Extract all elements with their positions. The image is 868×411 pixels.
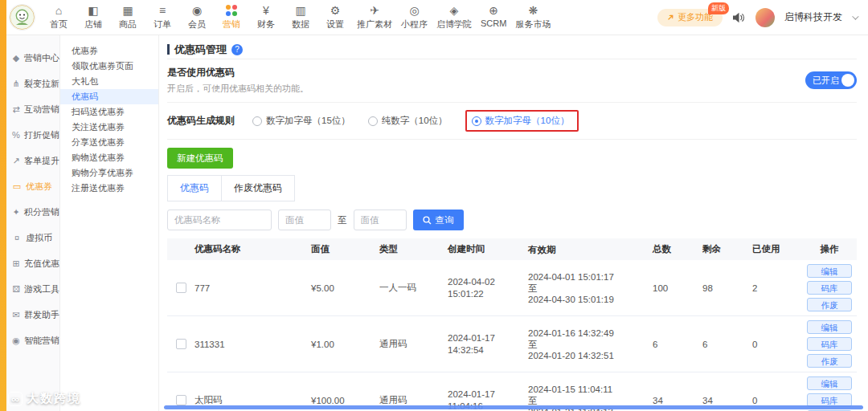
coupon-ticket-icon: ▭ bbox=[12, 181, 22, 192]
cell-name: 太阳码 bbox=[194, 394, 311, 406]
submenu-item-coupon[interactable]: 优惠券 bbox=[60, 43, 158, 59]
help-icon[interactable]: ? bbox=[231, 44, 243, 55]
sidebar-item-game-tools[interactable]: ⚄游戏工具 bbox=[12, 276, 59, 302]
radio-alnum-10[interactable]: 数字加字母（10位） bbox=[472, 115, 570, 127]
row-checkbox[interactable] bbox=[176, 339, 186, 349]
query-button[interactable]: 查询 bbox=[413, 210, 464, 230]
new-version-badge: 新版 bbox=[708, 2, 729, 14]
void-button[interactable]: 作废 bbox=[807, 354, 852, 368]
account-name[interactable]: 启博科技开发 bbox=[784, 10, 842, 24]
broadcast-icon: ✉ bbox=[12, 310, 20, 320]
nav-finance[interactable]: ¥财务 bbox=[253, 5, 279, 31]
radio-numeric-10[interactable]: 纯数字（10位） bbox=[368, 115, 448, 127]
submenu-item-register-coupon[interactable]: 注册送优惠券 bbox=[60, 181, 158, 196]
logo[interactable] bbox=[10, 5, 35, 30]
submenu-item-coupon-page[interactable]: 领取优惠券页面 bbox=[60, 59, 158, 74]
submenu-item-gift-pack[interactable]: 大礼包 bbox=[60, 74, 158, 89]
sidebar-item-interactive-marketing[interactable]: ⇄互动营销 bbox=[12, 96, 59, 122]
radio-circle-icon bbox=[252, 116, 262, 126]
sidebar-item-order-boost[interactable]: ↗客单提升 bbox=[12, 148, 59, 173]
cell-operations: 编辑 码库 作废 bbox=[802, 316, 857, 372]
void-button[interactable]: 作废 bbox=[807, 298, 852, 311]
orders-icon: ≡ bbox=[159, 5, 166, 17]
nav-settings[interactable]: ⚙设置 bbox=[322, 5, 348, 31]
edit-button[interactable]: 编辑 bbox=[807, 264, 852, 278]
cell-remaining: 34 bbox=[702, 396, 752, 405]
speaker-icon[interactable] bbox=[732, 12, 746, 23]
nav-goods[interactable]: ▦商品 bbox=[115, 5, 141, 31]
submenu-item-share-coupon[interactable]: 分享送优惠券 bbox=[60, 135, 158, 150]
cell-operations: 编辑 码库 作废 bbox=[802, 260, 857, 315]
header-remaining: 剩余 bbox=[702, 243, 752, 255]
value-min-input[interactable] bbox=[278, 210, 331, 230]
value-max-input[interactable] bbox=[354, 210, 407, 230]
sidebar-item-fission[interactable]: ⋔裂变拉新 bbox=[12, 71, 59, 96]
tab-coupon-codes[interactable]: 优惠码 bbox=[167, 175, 222, 201]
nav-marketing[interactable]: 营销 bbox=[219, 5, 244, 31]
edit-button[interactable]: 编辑 bbox=[807, 376, 852, 390]
chevron-down-icon[interactable] bbox=[852, 13, 858, 19]
points-icon: ✦ bbox=[12, 207, 20, 218]
code-library-button[interactable]: 码库 bbox=[807, 281, 852, 295]
create-coupon-code-button[interactable]: 新建优惠码 bbox=[167, 148, 233, 169]
sidebar-item-coupon[interactable]: ▭优惠券 bbox=[12, 173, 59, 199]
submenu-item-shopping-share-coupon[interactable]: 购物分享优惠券 bbox=[60, 165, 158, 181]
cell-used: 0 bbox=[752, 396, 802, 405]
submenu-item-follow-coupon[interactable]: 关注送优惠券 bbox=[60, 120, 158, 135]
nav-shop[interactable]: ◧店铺 bbox=[80, 5, 106, 31]
left-accent-strip bbox=[0, 0, 6, 411]
sidebar-label: 虚拟币 bbox=[26, 232, 52, 244]
miniapp-icon: ◎ bbox=[409, 5, 419, 17]
user-avatar[interactable] bbox=[755, 8, 775, 27]
nav-home[interactable]: ⌂首页 bbox=[46, 5, 72, 31]
nav-finance-label: 财务 bbox=[257, 18, 275, 31]
code-library-button[interactable]: 码库 bbox=[807, 337, 852, 351]
cell-validity: 2024-04-01 15:01:17 至 2024-04-30 15:01:1… bbox=[528, 271, 653, 305]
header-validity: 有效期 bbox=[528, 244, 653, 255]
cell-total: 34 bbox=[653, 396, 702, 405]
game-dice-icon: ⚄ bbox=[12, 284, 20, 295]
horizontal-scrollbar[interactable] bbox=[164, 405, 863, 409]
toggle-description: 开启后，可使用优惠码相关的功能。 bbox=[167, 83, 309, 95]
sidebar-item-mass-sender[interactable]: ✉群发助手 bbox=[12, 302, 59, 328]
radio-alnum-15[interactable]: 数字加字母（15位） bbox=[252, 115, 350, 127]
nav-data[interactable]: ▥数据 bbox=[288, 5, 313, 31]
nav-scrm[interactable]: ⊕SCRM bbox=[481, 5, 506, 28]
nav-settings-label: 设置 bbox=[326, 18, 344, 31]
sidebar-item-points-marketing[interactable]: ✦积分营销 bbox=[12, 199, 59, 225]
nav-service-market[interactable]: ❋服务市场 bbox=[515, 5, 551, 31]
table-row: 777 ¥5.00 一人一码 2024-04-02 15:01:22 2024-… bbox=[167, 260, 857, 316]
radio-label: 纯数字（10位） bbox=[382, 115, 448, 127]
row-checkbox[interactable] bbox=[176, 283, 186, 293]
sidebar-item-discount-promo[interactable]: %打折促销 bbox=[12, 122, 59, 148]
submenu-item-shopping-coupon[interactable]: 购物送优惠券 bbox=[60, 150, 158, 165]
code-name-input[interactable] bbox=[167, 210, 272, 230]
sidebar-item-recharge-discount[interactable]: ⊞充值优惠 bbox=[12, 250, 59, 276]
submenu-item-scan-coupon[interactable]: 扫码送优惠券 bbox=[60, 104, 158, 120]
sidebar-label: 客单提升 bbox=[24, 155, 59, 167]
header-created: 创建时间 bbox=[448, 243, 528, 255]
nav-miniapp[interactable]: ◎小程序 bbox=[401, 5, 428, 31]
header-right: ➔ 更多功能 新版 启博科技开发 bbox=[657, 8, 857, 27]
edit-button[interactable]: 编辑 bbox=[807, 320, 852, 334]
valid-to-label: 至 bbox=[528, 283, 653, 294]
submenu-item-coupon-code[interactable]: 优惠码 bbox=[60, 89, 158, 104]
nav-promo-materials[interactable]: ✈推广素材 bbox=[357, 5, 392, 31]
sidebar-item-smart-marketing[interactable]: ◉智能营销 bbox=[12, 328, 59, 353]
coupon-code-toggle[interactable]: 已开启 bbox=[805, 71, 857, 89]
tab-voided-codes[interactable]: 作废优惠码 bbox=[222, 175, 295, 201]
cell-type: 一人一码 bbox=[379, 282, 448, 294]
academy-icon: ◈ bbox=[450, 5, 459, 17]
nav-academy[interactable]: ◈启博学院 bbox=[436, 5, 472, 31]
more-features-button[interactable]: ➔ 更多功能 新版 bbox=[657, 9, 723, 26]
valid-to-label: 至 bbox=[528, 339, 653, 350]
recharge-icon: ⊞ bbox=[12, 258, 20, 269]
row-checkbox[interactable] bbox=[176, 395, 186, 405]
cell-total: 100 bbox=[653, 283, 702, 293]
cell-total: 6 bbox=[653, 340, 702, 349]
sidebar-item-virtual-coin[interactable]: ¤虚拟币 bbox=[12, 225, 59, 250]
nav-orders[interactable]: ≡订单 bbox=[149, 5, 175, 31]
nav-home-label: 首页 bbox=[50, 18, 68, 31]
sidebar-item-marketing-center[interactable]: ◆营销中心 bbox=[12, 45, 59, 71]
nav-members[interactable]: ◉会员 bbox=[184, 5, 210, 31]
